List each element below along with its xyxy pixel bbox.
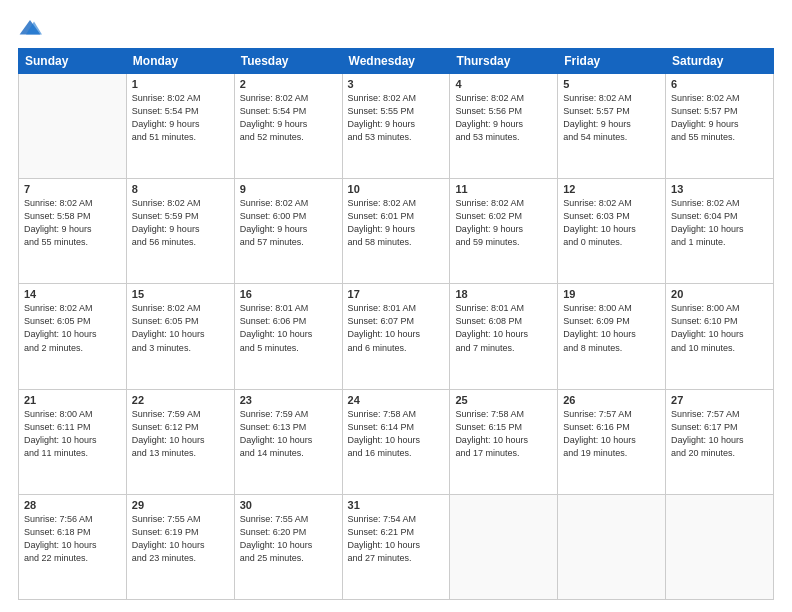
day-info: Sunrise: 8:02 AM Sunset: 6:03 PM Dayligh…	[563, 197, 660, 249]
day-number: 10	[348, 183, 445, 195]
calendar-cell: 27Sunrise: 7:57 AM Sunset: 6:17 PM Dayli…	[666, 389, 774, 494]
day-info: Sunrise: 7:58 AM Sunset: 6:15 PM Dayligh…	[455, 408, 552, 460]
week-row-3: 14Sunrise: 8:02 AM Sunset: 6:05 PM Dayli…	[19, 284, 774, 389]
day-info: Sunrise: 7:55 AM Sunset: 6:19 PM Dayligh…	[132, 513, 229, 565]
day-number: 6	[671, 78, 768, 90]
day-number: 21	[24, 394, 121, 406]
day-info: Sunrise: 8:00 AM Sunset: 6:09 PM Dayligh…	[563, 302, 660, 354]
day-info: Sunrise: 7:57 AM Sunset: 6:17 PM Dayligh…	[671, 408, 768, 460]
week-row-4: 21Sunrise: 8:00 AM Sunset: 6:11 PM Dayli…	[19, 389, 774, 494]
day-info: Sunrise: 8:02 AM Sunset: 5:55 PM Dayligh…	[348, 92, 445, 144]
calendar-cell	[558, 494, 666, 599]
week-row-2: 7Sunrise: 8:02 AM Sunset: 5:58 PM Daylig…	[19, 179, 774, 284]
calendar-cell: 22Sunrise: 7:59 AM Sunset: 6:12 PM Dayli…	[126, 389, 234, 494]
day-number: 22	[132, 394, 229, 406]
calendar-cell: 25Sunrise: 7:58 AM Sunset: 6:15 PM Dayli…	[450, 389, 558, 494]
weekday-saturday: Saturday	[666, 49, 774, 74]
calendar-cell: 11Sunrise: 8:02 AM Sunset: 6:02 PM Dayli…	[450, 179, 558, 284]
day-number: 2	[240, 78, 337, 90]
day-number: 23	[240, 394, 337, 406]
day-info: Sunrise: 8:02 AM Sunset: 6:04 PM Dayligh…	[671, 197, 768, 249]
weekday-header-row: SundayMondayTuesdayWednesdayThursdayFrid…	[19, 49, 774, 74]
day-info: Sunrise: 8:02 AM Sunset: 5:54 PM Dayligh…	[240, 92, 337, 144]
calendar-cell	[19, 74, 127, 179]
weekday-wednesday: Wednesday	[342, 49, 450, 74]
calendar-cell: 30Sunrise: 7:55 AM Sunset: 6:20 PM Dayli…	[234, 494, 342, 599]
calendar-cell: 19Sunrise: 8:00 AM Sunset: 6:09 PM Dayli…	[558, 284, 666, 389]
week-row-1: 1Sunrise: 8:02 AM Sunset: 5:54 PM Daylig…	[19, 74, 774, 179]
day-number: 9	[240, 183, 337, 195]
day-info: Sunrise: 8:02 AM Sunset: 6:02 PM Dayligh…	[455, 197, 552, 249]
weekday-friday: Friday	[558, 49, 666, 74]
day-number: 5	[563, 78, 660, 90]
day-number: 19	[563, 288, 660, 300]
day-info: Sunrise: 8:01 AM Sunset: 6:08 PM Dayligh…	[455, 302, 552, 354]
day-info: Sunrise: 8:02 AM Sunset: 6:00 PM Dayligh…	[240, 197, 337, 249]
day-info: Sunrise: 7:56 AM Sunset: 6:18 PM Dayligh…	[24, 513, 121, 565]
calendar-cell: 15Sunrise: 8:02 AM Sunset: 6:05 PM Dayli…	[126, 284, 234, 389]
day-info: Sunrise: 8:01 AM Sunset: 6:07 PM Dayligh…	[348, 302, 445, 354]
calendar-cell	[450, 494, 558, 599]
calendar-cell: 14Sunrise: 8:02 AM Sunset: 6:05 PM Dayli…	[19, 284, 127, 389]
calendar-cell: 2Sunrise: 8:02 AM Sunset: 5:54 PM Daylig…	[234, 74, 342, 179]
calendar-cell: 23Sunrise: 7:59 AM Sunset: 6:13 PM Dayli…	[234, 389, 342, 494]
day-info: Sunrise: 8:02 AM Sunset: 5:54 PM Dayligh…	[132, 92, 229, 144]
day-number: 14	[24, 288, 121, 300]
day-number: 24	[348, 394, 445, 406]
calendar-cell: 24Sunrise: 7:58 AM Sunset: 6:14 PM Dayli…	[342, 389, 450, 494]
calendar-cell: 26Sunrise: 7:57 AM Sunset: 6:16 PM Dayli…	[558, 389, 666, 494]
calendar-cell: 6Sunrise: 8:02 AM Sunset: 5:57 PM Daylig…	[666, 74, 774, 179]
day-info: Sunrise: 7:59 AM Sunset: 6:13 PM Dayligh…	[240, 408, 337, 460]
day-number: 20	[671, 288, 768, 300]
day-number: 28	[24, 499, 121, 511]
day-info: Sunrise: 8:00 AM Sunset: 6:11 PM Dayligh…	[24, 408, 121, 460]
calendar-cell: 17Sunrise: 8:01 AM Sunset: 6:07 PM Dayli…	[342, 284, 450, 389]
calendar-cell	[666, 494, 774, 599]
day-number: 12	[563, 183, 660, 195]
day-info: Sunrise: 8:02 AM Sunset: 6:05 PM Dayligh…	[24, 302, 121, 354]
day-info: Sunrise: 7:58 AM Sunset: 6:14 PM Dayligh…	[348, 408, 445, 460]
calendar-cell: 3Sunrise: 8:02 AM Sunset: 5:55 PM Daylig…	[342, 74, 450, 179]
day-info: Sunrise: 7:55 AM Sunset: 6:20 PM Dayligh…	[240, 513, 337, 565]
day-number: 11	[455, 183, 552, 195]
logo-icon	[18, 18, 42, 38]
day-number: 3	[348, 78, 445, 90]
calendar-cell: 28Sunrise: 7:56 AM Sunset: 6:18 PM Dayli…	[19, 494, 127, 599]
weekday-sunday: Sunday	[19, 49, 127, 74]
day-number: 31	[348, 499, 445, 511]
calendar-cell: 20Sunrise: 8:00 AM Sunset: 6:10 PM Dayli…	[666, 284, 774, 389]
day-number: 17	[348, 288, 445, 300]
day-number: 16	[240, 288, 337, 300]
calendar-cell: 5Sunrise: 8:02 AM Sunset: 5:57 PM Daylig…	[558, 74, 666, 179]
day-info: Sunrise: 8:01 AM Sunset: 6:06 PM Dayligh…	[240, 302, 337, 354]
weekday-monday: Monday	[126, 49, 234, 74]
day-number: 18	[455, 288, 552, 300]
day-number: 7	[24, 183, 121, 195]
header	[18, 18, 774, 38]
day-info: Sunrise: 8:02 AM Sunset: 5:57 PM Dayligh…	[563, 92, 660, 144]
calendar-cell: 16Sunrise: 8:01 AM Sunset: 6:06 PM Dayli…	[234, 284, 342, 389]
day-number: 13	[671, 183, 768, 195]
day-number: 15	[132, 288, 229, 300]
day-number: 8	[132, 183, 229, 195]
day-number: 1	[132, 78, 229, 90]
calendar-cell: 31Sunrise: 7:54 AM Sunset: 6:21 PM Dayli…	[342, 494, 450, 599]
day-info: Sunrise: 8:02 AM Sunset: 6:05 PM Dayligh…	[132, 302, 229, 354]
calendar-cell: 10Sunrise: 8:02 AM Sunset: 6:01 PM Dayli…	[342, 179, 450, 284]
calendar-cell: 8Sunrise: 8:02 AM Sunset: 5:59 PM Daylig…	[126, 179, 234, 284]
day-info: Sunrise: 8:02 AM Sunset: 5:56 PM Dayligh…	[455, 92, 552, 144]
calendar-cell: 4Sunrise: 8:02 AM Sunset: 5:56 PM Daylig…	[450, 74, 558, 179]
day-number: 27	[671, 394, 768, 406]
calendar-cell: 29Sunrise: 7:55 AM Sunset: 6:19 PM Dayli…	[126, 494, 234, 599]
day-number: 30	[240, 499, 337, 511]
day-number: 29	[132, 499, 229, 511]
calendar-cell: 18Sunrise: 8:01 AM Sunset: 6:08 PM Dayli…	[450, 284, 558, 389]
calendar-cell: 7Sunrise: 8:02 AM Sunset: 5:58 PM Daylig…	[19, 179, 127, 284]
calendar-cell: 1Sunrise: 8:02 AM Sunset: 5:54 PM Daylig…	[126, 74, 234, 179]
calendar-cell: 12Sunrise: 8:02 AM Sunset: 6:03 PM Dayli…	[558, 179, 666, 284]
calendar-cell: 21Sunrise: 8:00 AM Sunset: 6:11 PM Dayli…	[19, 389, 127, 494]
page: SundayMondayTuesdayWednesdayThursdayFrid…	[0, 0, 792, 612]
day-info: Sunrise: 7:57 AM Sunset: 6:16 PM Dayligh…	[563, 408, 660, 460]
day-info: Sunrise: 7:59 AM Sunset: 6:12 PM Dayligh…	[132, 408, 229, 460]
day-number: 25	[455, 394, 552, 406]
